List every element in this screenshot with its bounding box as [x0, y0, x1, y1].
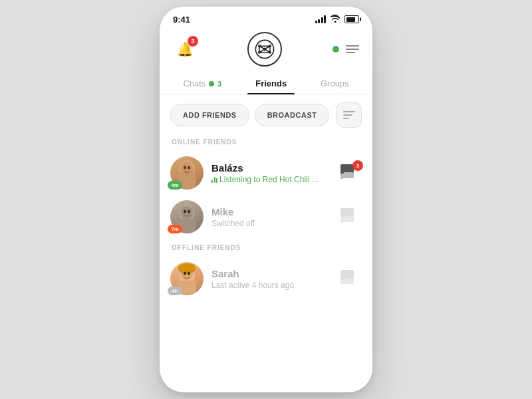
avatar-mike: 7m: [170, 200, 203, 233]
svg-point-21: [184, 166, 186, 170]
tab-groups-label: Groups: [321, 78, 349, 88]
header: 🔔 3: [160, 28, 372, 73]
add-friends-button[interactable]: ADD FRIENDS: [170, 104, 249, 126]
friend-name-mike: Mike: [211, 206, 331, 217]
time-badge-mike: 7m: [168, 225, 182, 233]
wifi-icon: [331, 13, 340, 25]
broadcast-button[interactable]: BROADCAST: [255, 104, 330, 126]
svg-point-32: [184, 272, 186, 275]
notification-badge: 3: [188, 36, 198, 47]
tab-friends[interactable]: Friends: [247, 73, 295, 94]
friend-item-balazs[interactable]: 4m Balázs Listening to Red Hot Chili ...…: [160, 151, 372, 195]
svg-point-34: [178, 263, 196, 271]
battery-icon: [344, 15, 359, 23]
svg-point-33: [188, 272, 190, 275]
chat-button-mike[interactable]: [339, 207, 362, 227]
friend-name-balazs: Balázs: [211, 162, 331, 174]
time-badge-sarah: 4h: [168, 287, 182, 295]
status-icons: [315, 13, 360, 25]
action-buttons-row: ADD FRIENDS BROADCAST: [160, 94, 372, 136]
signal-icon: [315, 15, 327, 23]
svg-point-26: [184, 210, 186, 213]
online-status-dot: [332, 46, 339, 53]
unread-badge-balazs: 3: [352, 160, 363, 171]
tab-chats-label: Chats: [183, 78, 205, 88]
music-icon: [211, 176, 217, 183]
status-bar: 9:41: [160, 7, 372, 28]
chat-button-sarah[interactable]: [339, 269, 362, 289]
friend-item-sarah[interactable]: 4h Sarah Last active 4 hours ago: [160, 257, 372, 301]
friend-info-balazs: Balázs Listening to Red Hot Chili ...: [211, 162, 331, 184]
offline-section-label: OFFLINE FRIENDS: [160, 241, 372, 257]
avatar-sarah: 4h: [170, 262, 203, 295]
tab-chats[interactable]: Chats 3: [175, 73, 229, 94]
friend-name-sarah: Sarah: [211, 268, 331, 279]
chats-count: 3: [217, 80, 221, 88]
tab-groups[interactable]: Groups: [313, 73, 357, 94]
friend-status-mike: Switched off: [211, 219, 331, 228]
avatar-balazs: 4m: [170, 156, 203, 190]
menu-button[interactable]: [346, 45, 359, 53]
notification-button[interactable]: 🔔 3: [173, 37, 197, 61]
online-section-label: ONLINE FRIENDS: [160, 136, 372, 151]
friend-status-balazs: Listening to Red Hot Chili ...: [211, 175, 331, 184]
header-right: [332, 45, 359, 53]
phone-shell: 9:41 🔔 3: [160, 7, 372, 392]
friend-status-sarah: Last active 4 hours ago: [211, 281, 331, 290]
status-time: 9:41: [173, 15, 190, 25]
time-badge-balazs: 4m: [168, 181, 182, 190]
friend-info-sarah: Sarah Last active 4 hours ago: [211, 268, 331, 290]
app-logo: [247, 32, 282, 66]
friend-info-mike: Mike Switched off: [211, 206, 331, 228]
chat-button-balazs[interactable]: 3: [339, 163, 362, 183]
svg-point-27: [188, 210, 190, 213]
tab-bar: Chats 3 Friends Groups: [160, 73, 372, 94]
sort-button[interactable]: [336, 102, 362, 128]
friend-item-mike[interactable]: 7m Mike Switched off: [160, 195, 372, 239]
chats-online-dot: [209, 81, 214, 86]
tab-friends-label: Friends: [255, 78, 287, 88]
svg-point-24: [181, 206, 193, 219]
svg-point-22: [188, 166, 190, 170]
